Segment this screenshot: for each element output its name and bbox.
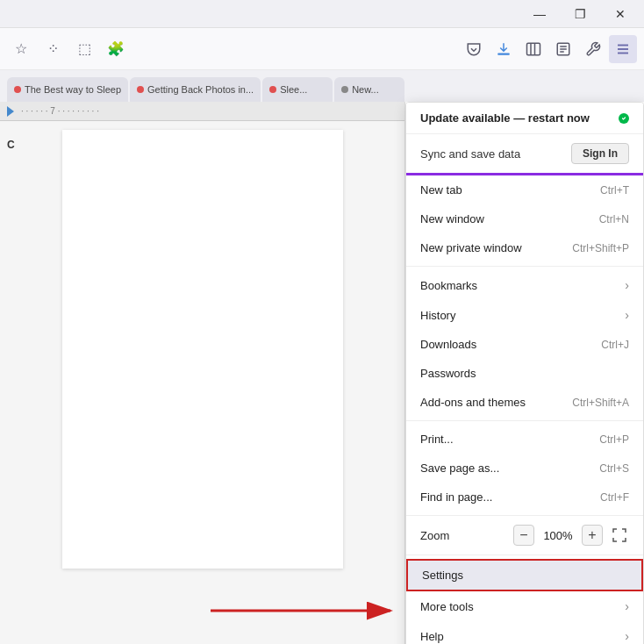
minimize-button[interactable]: — (519, 0, 560, 28)
tab-title: The Best way to Sleep (25, 84, 121, 95)
extensions-icon[interactable]: ⁘ (39, 35, 67, 63)
menu-item-new-window[interactable]: New window Ctrl+N (406, 204, 643, 233)
doc-left-label: C (7, 139, 15, 151)
divider-1 (406, 266, 643, 267)
update-text: Update available — restart now (420, 111, 612, 125)
menu-item-more-tools[interactable]: More tools › (406, 591, 643, 621)
svg-rect-1 (527, 43, 540, 55)
menu-item-save-page[interactable]: Save page as... Ctrl+S (406, 454, 643, 483)
right-toolbar (460, 35, 637, 63)
divider-3 (406, 515, 643, 516)
zoom-out-button[interactable]: − (513, 525, 534, 546)
tab-4[interactable]: New... (334, 77, 404, 102)
menu-item-print[interactable]: Print... Ctrl+P (406, 425, 643, 454)
download-icon[interactable] (490, 35, 518, 63)
container-icon[interactable]: ⬚ (70, 35, 98, 63)
zoom-in-button[interactable]: + (582, 525, 603, 546)
menu-item-passwords[interactable]: Passwords (406, 359, 643, 388)
update-banner[interactable]: Update available — restart now (406, 103, 643, 134)
reader-icon[interactable] (549, 35, 577, 63)
tab-title: Slee... (280, 84, 326, 95)
menu-item-downloads[interactable]: Downloads Ctrl+J (406, 330, 643, 359)
menu-icon[interactable] (609, 35, 637, 63)
menu-item-settings[interactable]: Settings (406, 559, 643, 591)
sync-text: Sync and save data (420, 147, 564, 161)
doc-page (62, 130, 343, 569)
tools-icon[interactable] (579, 35, 607, 63)
divider-4 (406, 555, 643, 555)
sign-in-button[interactable]: Sign In (571, 143, 629, 164)
toolbar: ☆ ⁘ ⬚ 🧩 (0, 28, 644, 70)
menu-item-new-private-window[interactable]: New private window Ctrl+Shift+P (406, 233, 643, 262)
content-area: · · · · · · 7 · · · · · · · · · C Update… (0, 102, 644, 644)
ruler: · · · · · · 7 · · · · · · · · · (0, 102, 404, 121)
title-bar: — ❐ ✕ (0, 0, 644, 28)
menu-item-bookmarks[interactable]: Bookmarks › (406, 270, 643, 300)
tab-3[interactable]: Slee... (262, 77, 333, 102)
zoom-fullscreen-button[interactable] (610, 526, 629, 545)
menu-item-new-tab[interactable]: New tab Ctrl+T (406, 175, 643, 204)
restore-button[interactable]: ❐ (560, 0, 600, 28)
zoom-value: 100% (541, 529, 575, 542)
tab-favicon (269, 86, 276, 93)
zoom-label: Zoom (420, 529, 506, 542)
ruler-arrow (7, 106, 14, 117)
pocket-icon[interactable] (460, 35, 488, 63)
tab-title: New... (352, 84, 397, 95)
zoom-row: Zoom − 100% + (406, 519, 643, 551)
tab-favicon (137, 86, 144, 93)
dropdown-menu: Update available — restart now Sync and … (405, 102, 644, 644)
bookmark-icon[interactable]: ☆ (7, 35, 35, 63)
tab-2[interactable]: Getting Back Photos in... (130, 77, 261, 102)
divider-2 (406, 420, 643, 421)
sync-row: Sync and save data Sign In (406, 134, 643, 175)
menu-item-history[interactable]: History › (406, 300, 643, 330)
addon-icon[interactable]: 🧩 (102, 35, 130, 63)
svg-rect-0 (497, 53, 510, 54)
synced-tabs-icon[interactable] (519, 35, 547, 63)
tabs-bar: The Best way to Sleep Getting Back Photo… (0, 70, 644, 102)
tab-favicon (341, 86, 348, 93)
menu-item-help[interactable]: Help › (406, 621, 643, 644)
doc-area: · · · · · · 7 · · · · · · · · · C (0, 102, 405, 644)
update-dot (619, 113, 629, 124)
tab-1[interactable]: The Best way to Sleep (7, 77, 128, 102)
browser-window: — ❐ ✕ ☆ ⁘ ⬚ 🧩 (0, 0, 644, 644)
menu-item-addons[interactable]: Add-ons and themes Ctrl+Shift+A (406, 388, 643, 417)
menu-item-find[interactable]: Find in page... Ctrl+F (406, 483, 643, 512)
tab-favicon (14, 86, 21, 93)
close-button[interactable]: ✕ (600, 0, 640, 28)
tab-title: Getting Back Photos in... (147, 84, 254, 95)
